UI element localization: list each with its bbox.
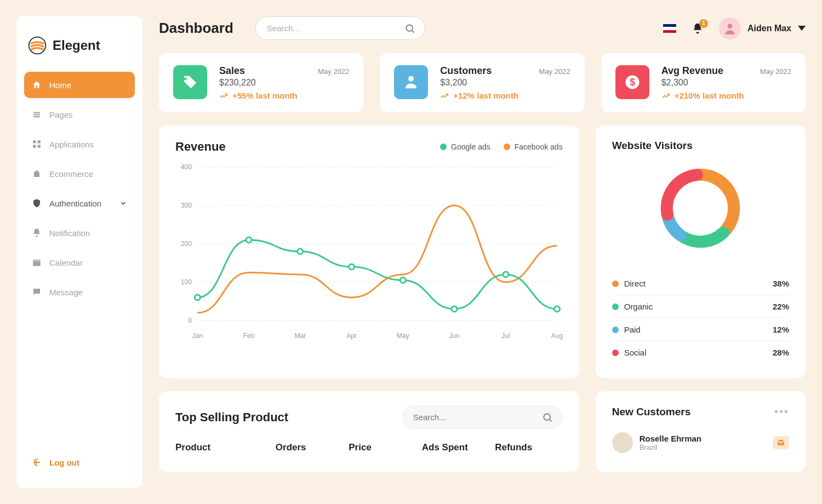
customer-row: Roselle Ehrman Brazil — [612, 428, 789, 457]
stat-delta: +12% last month — [440, 91, 570, 100]
more-icon[interactable]: ••• — [774, 405, 789, 418]
bag-icon — [32, 169, 42, 179]
sidebar-label: Calendar — [49, 258, 83, 267]
sidebar-item-applications[interactable]: Applications — [24, 131, 135, 157]
avatar — [719, 18, 741, 39]
stat-value: $230,220 — [219, 78, 349, 88]
customer-avatar — [612, 432, 633, 453]
stat-delta: +210% last month — [661, 91, 791, 100]
svg-text:100: 100 — [181, 278, 192, 286]
sidebar-item-message[interactable]: Message — [24, 279, 135, 305]
dot-icon — [440, 144, 447, 150]
visitors-donut — [612, 152, 789, 265]
stat-title: Avg Revenue — [661, 65, 723, 77]
sidebar-item-authentication[interactable]: Authentication — [24, 190, 135, 216]
col-header: Product — [175, 442, 270, 453]
stat-card-customers: Customers May 2022 $3,200 +12% last mont… — [380, 53, 584, 112]
sidebar-item-ecommerce[interactable]: Ecommerce — [24, 161, 135, 187]
svg-point-34 — [400, 278, 406, 283]
search-icon[interactable] — [404, 23, 415, 34]
stat-value: $2,300 — [661, 78, 791, 88]
sidebar-label: Ecommerce — [49, 169, 93, 179]
svg-point-36 — [503, 272, 509, 277]
visitors-row: Organic22% — [612, 295, 789, 318]
svg-text:Aug: Aug — [551, 332, 563, 340]
notification-badge: 1 — [699, 19, 708, 28]
global-search — [255, 16, 425, 40]
dot-icon — [612, 327, 619, 333]
flag-uk-icon[interactable] — [663, 24, 676, 33]
col-header: Orders — [276, 442, 343, 453]
new-customers-panel: New Customers ••• Roselle Ehrman Brazil — [596, 391, 806, 472]
svg-point-37 — [555, 306, 560, 312]
sidebar-label: Home — [49, 81, 71, 90]
search-input[interactable] — [255, 16, 425, 40]
legend-item: Facebook ads — [504, 142, 563, 151]
table-search-input[interactable] — [402, 405, 563, 429]
sidebar-item-notification[interactable]: Notification — [24, 220, 135, 246]
grid-icon — [32, 139, 42, 149]
visitors-row: Social28% — [612, 341, 789, 364]
dot-icon — [612, 350, 619, 356]
user-menu[interactable]: Aiden Max — [719, 18, 806, 39]
home-icon — [32, 80, 42, 90]
visitors-list: Direct38% Organic22% Paid12% Social28% — [612, 272, 789, 364]
sidebar-label: Pages — [49, 110, 73, 119]
col-header: Refunds — [495, 442, 562, 453]
shield-icon — [32, 198, 42, 208]
page-title: Dashboard — [159, 20, 233, 37]
svg-point-7 — [406, 25, 413, 31]
notifications-button[interactable]: 1 — [692, 22, 704, 35]
stat-title: Customers — [440, 65, 492, 77]
stat-cards: Sales May 2022 $230,220 +55% last month … — [159, 53, 806, 112]
header: Dashboard 1 Aiden Max — [159, 16, 806, 40]
customer-name: Roselle Ehrman — [640, 434, 701, 443]
svg-rect-6 — [33, 260, 41, 262]
dot-icon — [612, 303, 619, 310]
svg-point-33 — [349, 264, 355, 270]
visitors-row: Paid12% — [612, 318, 789, 341]
svg-rect-2 — [38, 140, 41, 143]
tag-icon — [173, 65, 207, 99]
chart-legend: Google ads Facebook ads — [440, 142, 563, 151]
stat-title: Sales — [219, 65, 245, 77]
stat-value: $3,200 — [440, 78, 570, 88]
visitors-row: Direct38% — [612, 272, 789, 295]
panel-title: New Customers — [612, 406, 691, 418]
svg-text:May: May — [397, 332, 409, 340]
logout-label: Log out — [49, 458, 79, 467]
panel-title: Top Selling Product — [175, 410, 288, 425]
svg-rect-3 — [33, 145, 36, 148]
chat-icon — [32, 287, 42, 297]
table-header: Product Orders Price Ads Spent Refunds — [175, 442, 563, 453]
stat-period: May 2022 — [760, 67, 791, 76]
svg-text:200: 200 — [181, 240, 192, 248]
brand-logo: Elegent — [24, 30, 135, 72]
bell-icon — [32, 228, 42, 238]
logout-button[interactable]: Log out — [24, 451, 135, 474]
svg-text:Feb: Feb — [243, 332, 255, 340]
revenue-chart: 0100200300400JanFebMarAprMayJunJulAug — [175, 162, 563, 342]
svg-text:$: $ — [630, 77, 635, 88]
svg-point-8 — [728, 24, 733, 28]
top-selling-panel: Top Selling Product Product Orders Price… — [159, 391, 579, 472]
svg-point-9 — [408, 76, 414, 82]
svg-point-35 — [452, 306, 457, 312]
mail-button[interactable] — [773, 436, 789, 449]
logout-icon — [32, 457, 42, 467]
svg-rect-4 — [38, 145, 41, 148]
legend-item: Google ads — [440, 142, 490, 151]
stat-card-sales: Sales May 2022 $230,220 +55% last month — [159, 53, 363, 112]
sidebar-item-calendar[interactable]: Calendar — [24, 249, 135, 276]
svg-text:0: 0 — [189, 317, 192, 324]
pages-icon — [32, 110, 42, 119]
svg-text:Mar: Mar — [294, 332, 306, 340]
sidebar-item-pages[interactable]: Pages — [24, 101, 135, 128]
stat-delta: +55% last month — [219, 91, 349, 100]
search-icon[interactable] — [542, 412, 553, 423]
svg-text:400: 400 — [181, 163, 192, 171]
calendar-icon — [32, 257, 42, 267]
svg-point-32 — [298, 249, 303, 254]
col-header: Ads Spent — [422, 442, 489, 453]
sidebar-item-home[interactable]: Home — [24, 72, 135, 98]
